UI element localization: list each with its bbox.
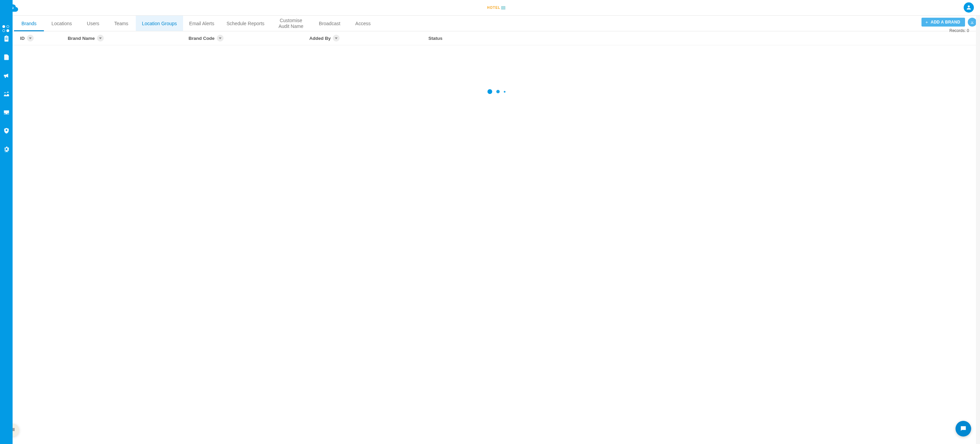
tab-brands[interactable]: Brands [14,16,44,31]
tab-access[interactable]: Access [348,16,378,31]
sidebar-chart-icon[interactable] [3,91,10,97]
tab-location-groups[interactable]: Location Groups [136,16,183,31]
sidebar-clipboard-icon[interactable] [3,35,10,42]
chat-icon [959,425,967,433]
tab-email-alerts[interactable]: Email Alerts [183,16,221,31]
tab-label: Email Alerts [189,21,215,26]
column-header-label: Brand Code [189,36,215,41]
tab-teams[interactable]: Teams [107,16,136,31]
brand-title-icon [501,6,505,10]
add-brand-button[interactable]: ADD A BRAND [921,18,965,27]
tab-users[interactable]: Users [79,16,107,31]
tab-label: Customise Audit Name [277,18,305,29]
brand-title: HOTEL [487,6,506,10]
column-header-label: ID [20,36,25,41]
subnav-tabs: Brands Locations Users Teams Location Gr… [13,16,980,31]
column-header-id[interactable]: ID [20,35,68,42]
brand-title-text: HOTEL [487,6,501,10]
column-header-status[interactable]: Status [428,35,980,42]
sort-icon[interactable] [217,35,224,42]
app-switcher-icon[interactable] [2,25,10,32]
sort-icon[interactable] [97,35,104,42]
tab-label: Broadcast [319,21,340,26]
profile-avatar-button[interactable] [964,2,974,13]
sidebar [0,0,13,444]
sidebar-megaphone-icon[interactable] [3,72,10,79]
sidebar-shield-icon[interactable] [3,127,10,134]
scrollbar-track[interactable] [976,16,980,444]
sidebar-document-icon[interactable] [3,54,10,61]
sidebar-inbox-icon[interactable] [3,109,10,116]
add-brand-button-label: ADD A BRAND [931,20,960,24]
sort-icon[interactable] [27,35,34,42]
chat-fab-button[interactable] [956,421,971,436]
topbar: HOTEL [0,0,980,16]
tab-locations[interactable]: Locations [44,16,79,31]
tab-label: Teams [115,21,128,26]
sort-icon[interactable] [333,35,340,42]
download-button[interactable] [968,18,977,27]
tab-label: Locations [51,21,72,26]
column-header-label: Status [428,36,442,41]
svg-rect-0 [5,152,8,152]
tab-customise-audit-name[interactable]: Customise Audit Name [270,16,311,31]
content-area: ID Brand Name Brand Code Added By Status [13,31,980,444]
column-header-label: Added By [309,36,331,41]
column-header-brand-code[interactable]: Brand Code [189,35,309,42]
column-header-added-by[interactable]: Added By [309,35,428,42]
tab-schedule-reports[interactable]: Schedule Reports [221,16,270,31]
download-icon [970,20,975,24]
tab-label: Brands [21,21,37,26]
tab-label: Location Groups [142,21,177,26]
tab-label: Users [87,21,99,26]
loading-spinner-icon [487,89,505,94]
tab-label: Schedule Reports [227,21,264,26]
table-header-row: ID Brand Name Brand Code Added By Status [13,31,980,45]
tab-label: Access [355,21,371,26]
sidebar-settings-icon[interactable] [3,146,10,153]
column-header-label: Brand Name [68,36,95,41]
plus-icon [925,21,929,24]
tab-broadcast[interactable]: Broadcast [311,16,348,31]
column-header-brand-name[interactable]: Brand Name [68,35,189,42]
